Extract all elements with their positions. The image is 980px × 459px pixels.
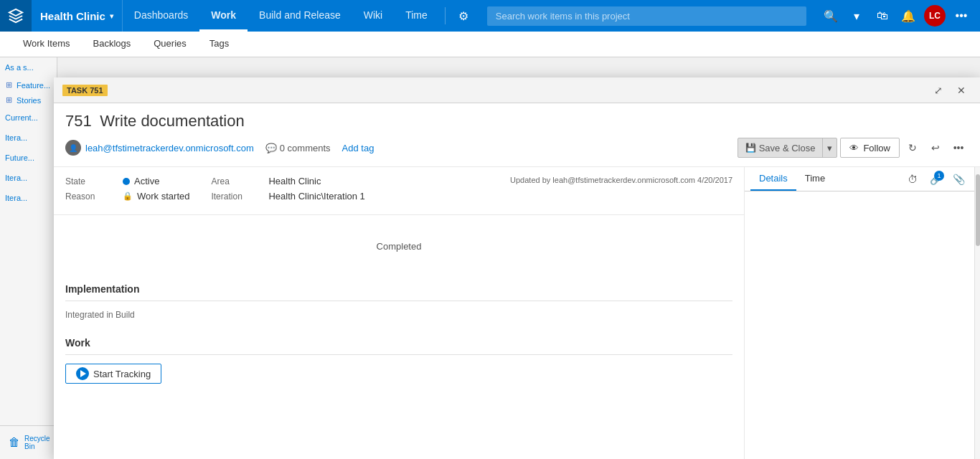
sidebar-item-as-a-s[interactable]: As a s... xyxy=(0,57,57,77)
sidebar-item-itera1[interactable]: Itera... xyxy=(0,128,57,148)
modal-header-actions: 💾 Save & Close ▾ 👁 Follow ↻ ↩ ••• xyxy=(738,138,969,158)
save-icon: 💾 xyxy=(745,143,756,153)
nav-actions: 🔍 ▾ 🛍 🔔 LC ••• xyxy=(818,3,980,29)
work-section: Work Start Tracking xyxy=(65,337,732,384)
sidebar-item-stories[interactable]: Stories xyxy=(14,96,41,105)
undo-icon[interactable]: ↩ xyxy=(925,138,946,158)
sub-nav-tags[interactable]: Tags xyxy=(198,32,240,57)
updated-text: Updated by leah@tfstimetrackerdev.onmicr… xyxy=(510,176,732,184)
iteration-row: Iteration Health Clinic\Iteration 1 xyxy=(211,191,364,202)
start-tracking-button[interactable]: Start Tracking xyxy=(65,364,161,384)
follow-button[interactable]: 👁 Follow xyxy=(840,138,900,158)
scrollbar[interactable] xyxy=(974,167,980,459)
sub-nav-work-items[interactable]: Work Items xyxy=(11,32,82,57)
recycle-bin[interactable]: 🗑 Recycle Bin xyxy=(6,432,52,453)
assignee-avatar: 👤 xyxy=(65,140,81,156)
comments-button[interactable]: 💬 0 comments xyxy=(265,143,331,153)
sidebar-item-itera2[interactable]: Itera... xyxy=(0,168,57,188)
project-name-text: Health Clinic xyxy=(40,10,105,22)
nav-work[interactable]: Work xyxy=(199,0,248,32)
iteration-value[interactable]: Health Clinic\Iteration 1 xyxy=(268,191,364,202)
nav-time[interactable]: Time xyxy=(394,0,439,32)
state-dot xyxy=(123,178,130,185)
nav-wiki[interactable]: Wiki xyxy=(352,0,394,32)
search-input[interactable] xyxy=(487,6,806,26)
search-icon[interactable]: 🔍 xyxy=(818,3,844,29)
project-name[interactable]: Health Clinic ▾ xyxy=(32,0,123,32)
scroll-content: Completed Implementation Integrated in B… xyxy=(54,215,744,395)
reason-label: Reason xyxy=(65,191,123,202)
sidebar: As a s... ⊞ Feature... ⊞ Stories Current… xyxy=(0,57,57,459)
reason-row: Reason 🔒 Work started xyxy=(65,191,189,202)
attachment-icon[interactable]: 📎 xyxy=(948,169,969,189)
project-chevron-icon: ▾ xyxy=(110,12,113,20)
dropdown-icon[interactable]: ▾ xyxy=(844,3,870,29)
task-tag-label: TASK 751 xyxy=(62,85,108,96)
refresh-icon[interactable]: ↻ xyxy=(903,138,923,158)
modal-body: State Active Reason 🔒 Work st xyxy=(54,167,980,459)
area-row: Area Health Clinic xyxy=(211,176,364,186)
follow-icon: 👁 xyxy=(849,143,859,153)
shopping-icon[interactable]: 🛍 xyxy=(870,3,895,29)
area-label: Area xyxy=(211,176,268,186)
tab-content-details xyxy=(745,191,974,459)
sidebar-item-future[interactable]: Future... xyxy=(0,148,57,168)
modal-meta-row: 👤 leah@tfstimetrackerdev.onmicrosoft.com… xyxy=(65,138,969,158)
modal-title-bar: TASK 751 ⤢ ✕ xyxy=(54,77,980,103)
tab-time[interactable]: Time xyxy=(796,167,834,191)
assignee-info[interactable]: 👤 leah@tfstimetrackerdev.onmicrosoft.com xyxy=(65,140,254,156)
modal-left-panel: State Active Reason 🔒 Work st xyxy=(54,167,745,459)
modal-tabs: Details Time ⏱ 🔗 1 📎 xyxy=(745,167,974,191)
close-modal-icon[interactable]: ✕ xyxy=(951,80,971,100)
completed-label: Completed xyxy=(65,227,732,266)
implementation-heading: Implementation xyxy=(65,283,732,301)
sidebar-item-current[interactable]: Current... xyxy=(0,108,57,128)
sub-nav-backlogs[interactable]: Backlogs xyxy=(82,32,143,57)
modal-title-actions: ⤢ ✕ xyxy=(928,80,971,100)
work-heading: Work xyxy=(65,337,732,355)
assignee-email: leah@tfstimetrackerdev.onmicrosoft.com xyxy=(85,143,254,153)
user-avatar[interactable]: LC xyxy=(924,5,946,27)
add-tag-button[interactable]: Add tag xyxy=(342,143,374,153)
link-count-badge: 1 xyxy=(934,171,944,181)
tab-details[interactable]: Details xyxy=(750,167,796,191)
save-close-dropdown[interactable]: ▾ xyxy=(823,138,837,157)
modal-header: 751 Write documentation 👤 leah@tfstimetr… xyxy=(54,103,980,167)
sub-nav-queries[interactable]: Queries xyxy=(142,32,198,57)
recycle-bin-icon: 🗑 xyxy=(9,436,20,449)
history-icon[interactable]: ⏱ xyxy=(903,169,923,189)
reason-value[interactable]: 🔒 Work started xyxy=(123,191,189,202)
sub-nav: Work Items Backlogs Queries Tags xyxy=(0,32,980,57)
state-bar: State Active Reason 🔒 Work st xyxy=(54,167,744,215)
nav-dashboards[interactable]: Dashboards xyxy=(123,0,200,32)
main-nav: Dashboards Work Build and Release Wiki T… xyxy=(123,0,476,32)
integrated-in-build-row: Integrated in Build xyxy=(65,310,732,320)
settings-nav-icon[interactable]: ⚙ xyxy=(451,0,476,32)
save-close-button[interactable]: 💾 Save & Close ▾ xyxy=(738,138,838,158)
implementation-section: Implementation Integrated in Build xyxy=(65,283,732,320)
state-value[interactable]: Active xyxy=(123,176,159,186)
area-value[interactable]: Health Clinic xyxy=(268,176,321,186)
work-item-modal: TASK 751 ⤢ ✕ 751 Write documentation 👤 l… xyxy=(54,77,980,459)
save-close-main[interactable]: 💾 Save & Close xyxy=(738,138,824,157)
notification-icon[interactable]: 🔔 xyxy=(895,3,921,29)
nav-build-release[interactable]: Build and Release xyxy=(248,0,352,32)
integrated-label: Integrated in Build xyxy=(65,310,159,320)
state-row: State Active xyxy=(65,176,189,186)
iteration-label: Iteration xyxy=(211,191,268,202)
lock-icon: 🔒 xyxy=(123,191,133,201)
sidebar-item-itera3[interactable]: Itera... xyxy=(0,188,57,208)
sidebar-item-features[interactable]: Feature... xyxy=(14,81,50,90)
state-label: State xyxy=(65,176,123,186)
more-icon[interactable]: ••• xyxy=(948,3,974,29)
start-tracking-icon xyxy=(76,367,89,380)
tab-icons: ⏱ 🔗 1 📎 xyxy=(903,169,969,189)
nav-divider xyxy=(445,7,446,24)
top-nav: Health Clinic ▾ Dashboards Work Build an… xyxy=(0,0,980,32)
link-icon[interactable]: 🔗 1 xyxy=(925,169,946,189)
more-options-icon[interactable]: ••• xyxy=(948,138,969,158)
expand-icon[interactable]: ⤢ xyxy=(928,80,948,100)
main-content: As a s... ⊞ Feature... ⊞ Stories Current… xyxy=(0,57,980,459)
work-item-title[interactable]: Write documentation xyxy=(100,112,244,130)
app-logo[interactable] xyxy=(0,0,32,32)
